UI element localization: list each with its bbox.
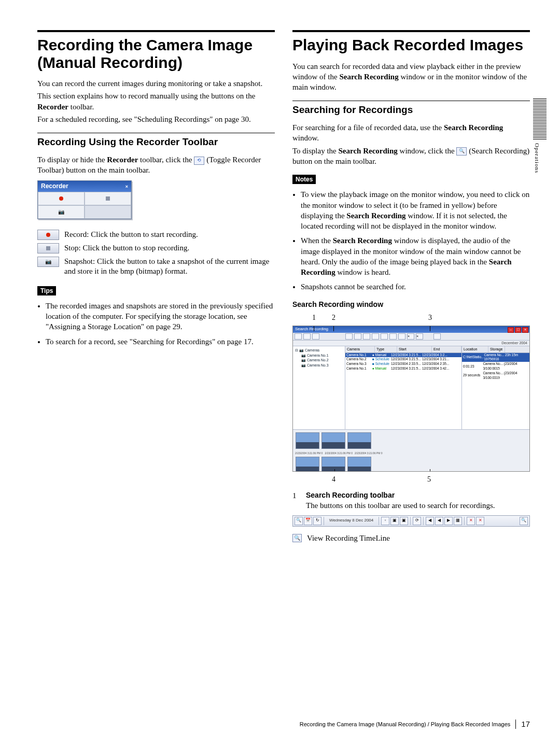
tb-btn[interactable] [303, 333, 311, 340]
ts-btn[interactable]: ▣ [390, 517, 399, 525]
right-p2: For searching for a file of recorded dat… [292, 122, 530, 144]
ts-btn[interactable]: ✕ [467, 517, 475, 525]
tb-btn[interactable] [372, 333, 379, 340]
stop-button-mini[interactable] [37, 243, 59, 253]
right-h3: Search Recording window [292, 300, 530, 309]
tb-btn[interactable] [345, 333, 353, 340]
snapshot-button-mini[interactable]: 📷 [37, 257, 59, 267]
ts-btn[interactable]: ↻ [313, 517, 321, 525]
side-tab-label: Operations [533, 143, 541, 173]
shot-date: December 2004 [501, 341, 527, 345]
thumbnail[interactable] [321, 457, 345, 472]
desc-snapshot-text: Snapshot: Click the button to take a sna… [64, 257, 275, 277]
ts-btn[interactable]: ▦ [454, 517, 462, 525]
thumbnail[interactable] [296, 432, 319, 449]
recorder-empty-cell [85, 205, 131, 219]
tb-btn[interactable] [312, 333, 319, 340]
left-p1: You can record the current images during… [37, 78, 275, 89]
record-icon [59, 196, 63, 201]
snapshot-button[interactable]: 📷 [38, 205, 85, 219]
window-controls[interactable]: –□× [508, 327, 528, 333]
list-row[interactable]: Camera No.2 ■ Schedule 12/23/2004 3:21:5… [345, 357, 461, 362]
shot-thumbnails[interactable]: 2/23/2004 3:21:06 PM 0 2/23/2004 3:21:06… [293, 429, 529, 472]
list-row[interactable]: Camera No.1 ● Manual 12/23/2004 3:21:5..… [345, 353, 461, 358]
notes-list: To view the playback image on the monito… [292, 189, 530, 292]
shot-titlebar: Search Recording –□× [293, 326, 529, 333]
list-row[interactable]: Camera No.1 ● Manual 12/23/2004 3:21:5..… [345, 367, 461, 371]
callout-5: 5 [427, 475, 431, 485]
ts-btn[interactable]: 🔍 [520, 517, 528, 525]
search-recording-window-figure: Search Recording –□× × × [292, 326, 530, 472]
ts-btn[interactable]: ◀ [435, 517, 443, 525]
shot-main-toolbar: × × [344, 333, 529, 341]
callouts-top: 1 2 3 [292, 313, 530, 322]
ts-btn[interactable]: 🔍 [295, 517, 303, 525]
thumbnail[interactable] [347, 457, 371, 472]
left-p3: For a scheduled recording, see "Scheduli… [37, 114, 275, 124]
callout-1: 1 [312, 313, 316, 323]
shot-side-list[interactable]: Location Storage C:\NetStatio...Camera N… [462, 346, 529, 429]
desc-stop-text: Stop: Click the button to stop recording… [64, 243, 275, 253]
shot-tree[interactable]: ⊟ 📷 Cameras 📷 Camera No.1 📷 Camera No.2 … [293, 346, 345, 429]
tips-label: Tips [37, 286, 56, 295]
tb-btn[interactable] [433, 333, 441, 340]
note-1: To view the playback image on the monito… [301, 189, 530, 231]
desc-1-heading: Search Recording toolbar [306, 490, 495, 500]
note-2: When the Search Recording window is disp… [301, 235, 530, 277]
left-p2: This section explains how to record manu… [37, 91, 275, 112]
page-footer: Recording the Camera Image (Manual Recor… [37, 719, 530, 729]
tb-btn[interactable] [398, 333, 405, 340]
legend-view-timeline-text: View Recording TimeLine [307, 533, 390, 543]
ts-btn[interactable]: ⟳ [413, 517, 421, 525]
tb-btn[interactable] [381, 333, 388, 340]
camera-icon: 📷 [58, 208, 64, 216]
record-button[interactable] [38, 192, 85, 205]
ts-btn[interactable]: 📅 [304, 517, 312, 525]
thumbnail[interactable] [296, 457, 319, 472]
ts-btn[interactable]: ◀ [426, 517, 434, 525]
search-recording-icon: 🔍 [456, 147, 467, 156]
footer-text: Recording the Camera Image (Manual Recor… [300, 721, 511, 728]
view-timeline-icon: 🔍 [292, 534, 302, 542]
footer-divider [515, 720, 516, 729]
desc-number: 1 [292, 490, 299, 511]
desc-item-1: 1 Search Recording toolbar The buttons o… [292, 490, 530, 511]
thumbnail[interactable] [321, 432, 345, 449]
tb-btn[interactable] [389, 333, 397, 340]
callout-4: 4 [332, 475, 335, 485]
shot-list[interactable]: Camera Type Start End Camera No.1 ● Manu… [345, 346, 462, 429]
right-h2: Searching for Recordings [292, 104, 530, 116]
legend-view-timeline: 🔍 View Recording TimeLine [292, 533, 530, 543]
side-tab: Operations [533, 98, 547, 173]
right-title: Playing Back Recorded Images [292, 36, 530, 54]
camera-icon: 📷 [45, 258, 51, 265]
tb-btn[interactable] [295, 333, 302, 340]
toggle-recorder-toolbar-icon: ⟲ [194, 157, 204, 165]
stop-button[interactable] [85, 192, 131, 205]
record-icon [46, 233, 50, 237]
desc-stop: Stop: Click the button to stop recording… [37, 243, 275, 253]
tb-btn[interactable] [363, 333, 370, 340]
tb-btn[interactable]: × [407, 333, 414, 340]
tb-btn[interactable]: × [416, 333, 423, 340]
note-3: Snapshots cannot be searched for. [301, 281, 530, 292]
record-button-mini[interactable] [37, 230, 59, 240]
desc-record-text: Record: Click the button to start record… [64, 230, 275, 240]
left-top-rule [37, 30, 275, 32]
list-row[interactable]: Camera No.3 ■ Schedule 12/23/2004 2:33:5… [345, 362, 461, 367]
callout-2: 2 [332, 313, 335, 323]
recorder-toolbar-figure: Recorder × 📷 [37, 180, 132, 219]
callouts-bottom: 4 5 [292, 475, 530, 485]
recorder-toolbar-title: Recorder × [38, 181, 131, 191]
ts-btn[interactable]: ▣ [400, 517, 408, 525]
ts-btn[interactable]: ✕ [476, 517, 484, 525]
ts-btn[interactable]: ▶ [444, 517, 453, 525]
thumbnail[interactable] [347, 432, 371, 449]
notes-label: Notes [292, 175, 316, 184]
callout-3: 3 [428, 313, 432, 323]
tb-btn[interactable] [354, 333, 361, 340]
ts-btn[interactable]: ◦ [381, 517, 389, 525]
right-p1: You can search for recorded data and vie… [292, 61, 530, 93]
left-sub-rule [37, 133, 275, 133]
desc-record: Record: Click the button to start record… [37, 230, 275, 240]
